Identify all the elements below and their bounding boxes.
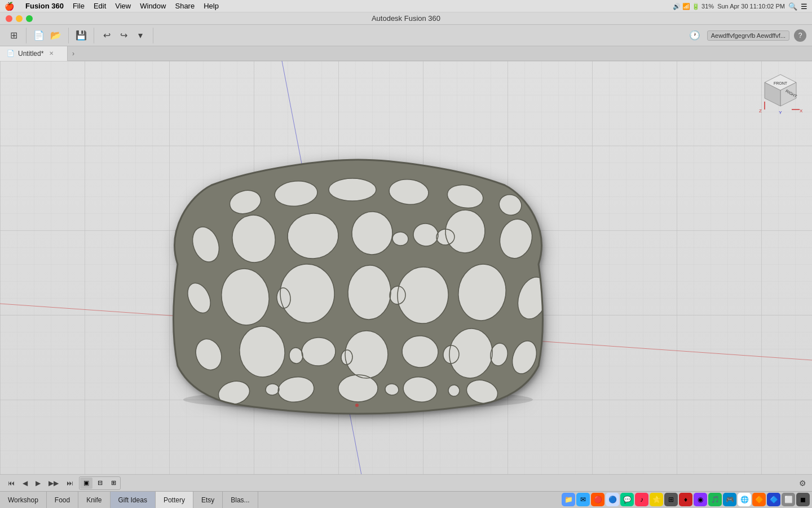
dock-tab-giftideas[interactable]: Gift Ideas xyxy=(111,492,156,509)
dock-icon-browser2[interactable]: 🔵 xyxy=(606,493,619,506)
titlebar: Autodesk Fusion 360 xyxy=(0,12,812,25)
search-icon[interactable]: 🔍 xyxy=(788,2,797,11)
dock-icon-app3[interactable]: ♦ xyxy=(679,493,692,506)
toolbar: ⊞ 📄 📂 💾 ↩ ↪ ▾ 🕐 Aewdffvfgegrvfb Aewdffvf… xyxy=(0,25,812,46)
dock-icon-app5[interactable]: 🔶 xyxy=(752,493,766,506)
dock-tab-pottery-label: Pottery xyxy=(164,496,185,504)
dock-tab-blas[interactable]: Blas... xyxy=(223,492,258,509)
dock-icon-finder[interactable]: 📁 xyxy=(562,493,575,506)
dock-icon-app2[interactable]: ⊞ xyxy=(664,493,678,506)
dock-tab-food[interactable]: Food xyxy=(47,492,78,509)
menu-extras-icon[interactable]: ☰ xyxy=(801,2,807,11)
dock-icon-chrome[interactable]: 🌐 xyxy=(738,493,751,506)
dock-icon-game[interactable]: 🎮 xyxy=(723,493,736,506)
dock-icon-browser1[interactable]: 🔴 xyxy=(591,493,604,506)
3d-model xyxy=(133,129,595,428)
tab-scroll-right[interactable]: › xyxy=(68,46,79,61)
dock-icon-chat[interactable]: 💬 xyxy=(620,493,634,506)
dock-tab-knife-label: Knife xyxy=(86,496,102,504)
svg-text:Y: Y xyxy=(779,110,782,115)
user-dropdown[interactable]: Aewdffvfgegrvfb Aewdffvf... xyxy=(707,30,789,41)
dock-tab-etsy[interactable]: Etsy xyxy=(193,492,223,509)
view-mode-3-button[interactable]: ⊞ xyxy=(107,478,120,489)
dock-tab-food-label: Food xyxy=(55,496,70,504)
save-button[interactable]: 💾 xyxy=(73,28,89,43)
dock-icon-spotify[interactable]: 🎵 xyxy=(708,493,722,506)
menubar-icons: 🔊 📶 🔋 31% xyxy=(673,3,714,10)
dock-icon-mail[interactable]: ✉ xyxy=(576,493,590,506)
apps-button[interactable]: ⊞ xyxy=(6,28,21,43)
close-button[interactable] xyxy=(6,15,12,22)
menu-view[interactable]: View xyxy=(115,2,131,10)
play-back-button[interactable]: ◀ xyxy=(20,478,30,488)
dock-icon-app1[interactable]: ⭐ xyxy=(650,493,663,506)
timeline-settings-button[interactable]: ⚙ xyxy=(799,479,806,488)
dock-tab-etsy-label: Etsy xyxy=(201,496,214,504)
dock-tab-knife[interactable]: Knife xyxy=(78,492,110,509)
dock-icon-app8[interactable]: ◼ xyxy=(796,493,810,506)
dock-icon-app4[interactable]: ◉ xyxy=(694,493,707,506)
play-button[interactable]: ▶ xyxy=(33,478,43,488)
dock-tab-workshop-label: Workshop xyxy=(8,496,38,504)
dock-tabs-list: Workshop Food Knife Gift Ideas Pottery E… xyxy=(0,492,258,508)
tab-label: Untitled* xyxy=(18,50,43,58)
tab-untitled[interactable]: 📄 Untitled* ✕ xyxy=(0,46,68,61)
apple-icon[interactable]: 🍎 xyxy=(5,2,14,11)
menu-help[interactable]: Help xyxy=(204,2,219,10)
redo-button[interactable]: ↪ xyxy=(116,28,131,43)
dock-tab-blas-label: Blas... xyxy=(231,496,249,504)
window-title: Autodesk Fusion 360 xyxy=(372,14,440,23)
view-mode-2-button[interactable]: ⊟ xyxy=(94,478,106,489)
maximize-button[interactable] xyxy=(26,15,33,22)
new-file-button[interactable]: 📄 xyxy=(31,28,47,43)
play-beginning-button[interactable]: ⏮ xyxy=(6,478,17,488)
toolbar-group-file: 📄 📂 xyxy=(31,28,69,43)
dock-icon-app7[interactable]: ⬜ xyxy=(782,493,795,506)
toolbar-group-apps: ⊞ xyxy=(6,28,27,43)
dock-tab-workshop[interactable]: Workshop xyxy=(0,492,47,509)
minimize-button[interactable] xyxy=(16,15,23,22)
tab-icon: 📄 xyxy=(7,50,15,57)
history-button[interactable]: ▾ xyxy=(133,28,148,43)
menubar-time: Sun Apr 30 11:10:02 PM xyxy=(717,3,785,10)
svg-text:X: X xyxy=(800,108,803,113)
navigation-cube[interactable]: FRONT RIGHT Z X Y xyxy=(758,70,803,115)
playback-toolbar: ⏮ ◀ ▶ ▶▶ ⏭ ▣ ⊟ ⊞ ⚙ xyxy=(0,474,812,491)
clock-button[interactable]: 🕐 xyxy=(687,28,703,43)
macos-dock: 📁 ✉ 🔴 🔵 💬 ♪ ⭐ ⊞ ♦ ◉ 🎵 xyxy=(562,491,812,508)
menu-fusion360[interactable]: Fusion 360 xyxy=(25,2,64,10)
undo-button[interactable]: ↩ xyxy=(99,28,114,43)
dock-icon-app6[interactable]: 🔷 xyxy=(767,493,780,506)
tabbar: 📄 Untitled* ✕ › xyxy=(0,46,812,61)
browser-dock: Workshop Food Knife Gift Ideas Pottery E… xyxy=(0,491,812,508)
svg-text:Z: Z xyxy=(759,108,762,113)
open-file-button[interactable]: 📂 xyxy=(48,28,64,43)
toolbar-group-history: ↩ ↪ ▾ xyxy=(99,28,153,43)
view-mode-1-button[interactable]: ▣ xyxy=(80,478,92,489)
toolbar-group-save: 💾 xyxy=(73,28,94,43)
viewport[interactable]: FRONT RIGHT Z X Y xyxy=(0,61,812,474)
menu-edit[interactable]: Edit xyxy=(94,2,106,10)
window-controls[interactable] xyxy=(6,15,33,22)
menubar: 🍎 Fusion 360 File Edit View Window Share… xyxy=(0,0,812,12)
tab-close-button[interactable]: ✕ xyxy=(49,50,54,56)
help-button[interactable]: ? xyxy=(794,29,806,42)
dock-icon-music[interactable]: ♪ xyxy=(635,493,648,506)
dock-tab-giftideas-label: Gift Ideas xyxy=(118,496,147,504)
dock-tab-pottery[interactable]: Pottery xyxy=(156,492,193,509)
svg-text:FRONT: FRONT xyxy=(774,81,788,85)
view-mode-group: ▣ ⊟ ⊞ xyxy=(79,476,121,490)
menu-share[interactable]: Share xyxy=(175,2,195,10)
svg-point-92 xyxy=(355,404,359,407)
toolbar-right: 🕐 Aewdffvfgegrvfb Aewdffvf... ? xyxy=(687,28,806,43)
play-forward-button[interactable]: ▶▶ xyxy=(46,478,61,488)
menu-file[interactable]: File xyxy=(73,2,85,10)
play-end-button[interactable]: ⏭ xyxy=(64,478,76,488)
menu-window[interactable]: Window xyxy=(140,2,166,10)
